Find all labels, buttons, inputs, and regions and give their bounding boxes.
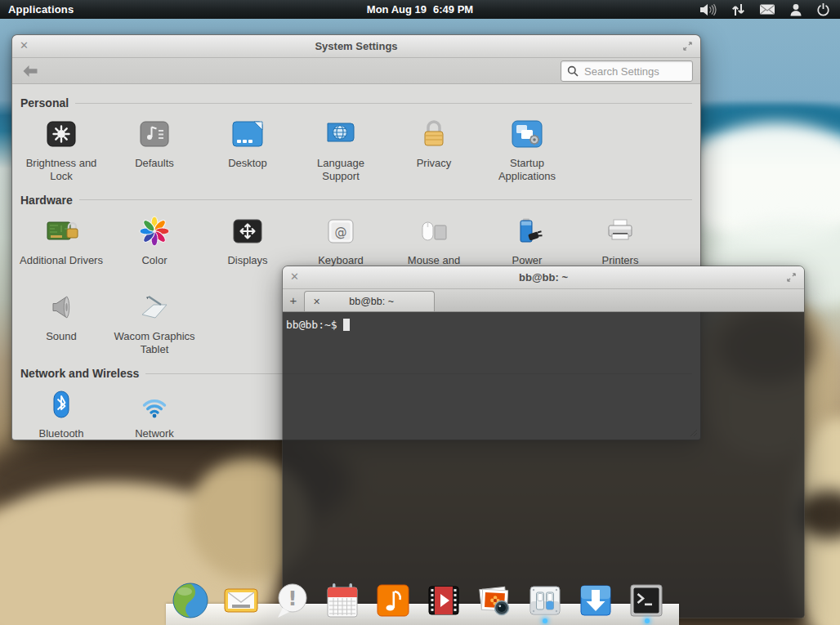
terminal-cursor <box>343 319 350 331</box>
close-icon[interactable]: ✕ <box>290 270 299 284</box>
settings-titlebar[interactable]: ✕ System Settings <box>12 35 700 58</box>
tab-close-icon[interactable]: ✕ <box>313 297 320 307</box>
tab-label: bb@bb: ~ <box>320 296 434 307</box>
power-battery-icon <box>507 212 547 251</box>
search-field[interactable] <box>561 60 693 82</box>
network-wifi-icon <box>135 385 174 424</box>
settings-item-label: Privacy <box>417 157 452 170</box>
settings-item-label: Startup Applications <box>484 157 570 183</box>
settings-item-label: Sound <box>46 330 77 343</box>
running-indicator-terminal <box>645 618 650 623</box>
defaults-icon <box>135 114 174 154</box>
settings-item-privacy[interactable]: Privacy <box>387 114 480 183</box>
settings-item-label: Displays <box>227 254 267 267</box>
settings-item-label: Wacom Graphics Tablet <box>111 330 198 356</box>
printers-icon <box>601 212 640 251</box>
back-button[interactable] <box>22 65 38 78</box>
clock[interactable]: Mon Aug 196:49 PM <box>0 3 840 16</box>
software-update-icon[interactable] <box>576 581 615 620</box>
terminal-window: ✕ bb@bb: ~ + ✕ bb@bb: ~ bb@bb:~$ <box>282 266 805 618</box>
startup-applications-icon <box>507 114 547 154</box>
terminal-tabbar: + ✕ bb@bb: ~ <box>283 289 804 312</box>
keyboard-icon: @ <box>321 212 360 251</box>
videos-icon[interactable] <box>424 581 463 620</box>
section-title: Hardware <box>20 194 73 207</box>
search-input[interactable] <box>583 65 682 78</box>
new-tab-button[interactable]: + <box>283 289 304 311</box>
section-divider <box>79 199 692 200</box>
settings-toolbar <box>12 58 700 84</box>
settings-item-color[interactable]: Color <box>108 212 201 280</box>
running-indicator-system-settings <box>543 618 547 623</box>
top-panel: Applications Mon Aug 196:49 PM <box>0 0 840 19</box>
bluetooth-icon <box>42 385 81 424</box>
prompt-line: bb@bb:~$ <box>286 319 804 331</box>
additional-drivers-icon <box>42 212 81 251</box>
desktop-icon <box>228 114 267 154</box>
web-browser-icon[interactable] <box>171 581 210 620</box>
shell-prompt: bb@bb:~$ <box>286 319 337 331</box>
settings-item-displays[interactable]: Displays <box>201 212 294 280</box>
settings-item-label: Defaults <box>135 157 174 170</box>
mouse-and-touchpad-icon <box>414 212 454 251</box>
terminal-tab[interactable]: ✕ bb@bb: ~ <box>304 291 435 311</box>
search-icon <box>567 65 579 77</box>
settings-item-startup-applications[interactable]: Startup Applications <box>480 114 574 183</box>
dock: ! <box>171 581 666 620</box>
terminal-app-icon[interactable] <box>627 581 666 620</box>
section-divider <box>75 103 692 104</box>
music-icon[interactable] <box>373 581 413 620</box>
terminal-titlebar[interactable]: ✕ bb@bb: ~ <box>283 266 804 289</box>
clock-time: 6:49 PM <box>433 3 473 16</box>
system-settings-icon[interactable] <box>525 581 565 620</box>
notifications-icon[interactable]: ! <box>272 581 311 620</box>
settings-item-label: Language Support <box>297 157 384 183</box>
settings-item-bluetooth[interactable]: Bluetooth <box>15 385 108 440</box>
settings-item-label: Bluetooth <box>39 427 84 440</box>
displays-icon <box>228 212 267 251</box>
settings-window-title: System Settings <box>315 40 397 52</box>
settings-item-wacom-graphics-tablet[interactable]: Wacom Graphics Tablet <box>108 288 201 356</box>
terminal-window-title: bb@bb: ~ <box>519 271 568 283</box>
maximize-icon[interactable] <box>786 271 797 286</box>
wacom-graphics-tablet-icon <box>135 288 174 327</box>
settings-item-network[interactable]: Network <box>108 385 201 440</box>
svg-text:@: @ <box>335 225 347 239</box>
privacy-icon <box>414 114 454 154</box>
clock-date: Mon Aug 19 <box>367 3 427 16</box>
calendar-icon[interactable] <box>323 581 362 620</box>
settings-item-label: Network <box>135 427 174 440</box>
settings-item-label: Desktop <box>228 157 267 170</box>
language-support-icon <box>321 114 360 154</box>
photos-icon[interactable] <box>475 581 514 620</box>
section-header: Hardware <box>20 194 692 207</box>
back-arrow-icon <box>22 65 38 78</box>
settings-item-label: Color <box>141 254 167 267</box>
desktop: ✕ System Settings Personal <box>0 0 840 625</box>
section-title: Network and Wireless <box>20 367 139 380</box>
brightness-and-lock-icon <box>42 114 81 154</box>
section-header: Personal <box>20 96 692 109</box>
section-personal: Personal Brightness and Lock <box>12 96 700 183</box>
settings-item-sound[interactable]: Sound <box>15 288 108 356</box>
settings-item-label: Additional Drivers <box>20 254 103 267</box>
maximize-icon[interactable] <box>682 40 693 55</box>
section-title: Personal <box>20 96 69 109</box>
svg-text:!: ! <box>288 587 297 610</box>
close-icon[interactable]: ✕ <box>20 38 29 53</box>
settings-item-additional-drivers[interactable]: Additional Drivers <box>15 212 108 280</box>
settings-item-defaults[interactable]: Defaults <box>108 114 201 183</box>
mail-app-icon[interactable] <box>221 581 261 620</box>
terminal-body[interactable]: bb@bb:~$ <box>283 312 804 618</box>
sound-icon <box>42 288 81 327</box>
settings-item-desktop[interactable]: Desktop <box>201 114 294 183</box>
color-icon <box>135 212 174 251</box>
settings-item-brightness-and-lock[interactable]: Brightness and Lock <box>15 114 108 183</box>
settings-item-label: Brightness and Lock <box>18 157 105 183</box>
settings-item-language-support[interactable]: Language Support <box>294 114 387 183</box>
